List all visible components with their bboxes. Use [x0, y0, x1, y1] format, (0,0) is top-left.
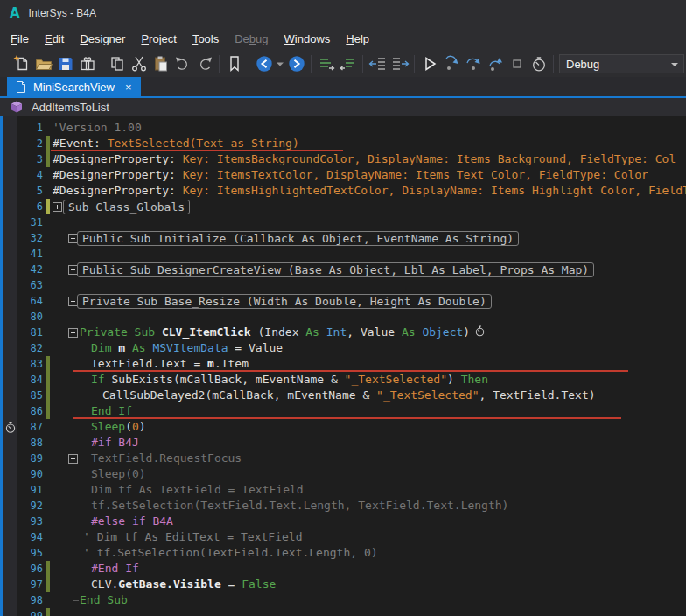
resume-async-icon[interactable] [528, 53, 550, 75]
code-token: tf.SetSelection(TextField.Text.Length, T… [91, 499, 508, 512]
code-token: 0 [132, 420, 139, 433]
menu-help[interactable]: Help [338, 29, 377, 49]
code-token: Int [326, 326, 346, 339]
code-token: (Index [258, 326, 306, 339]
menu-designer[interactable]: Designer [72, 29, 133, 49]
change-tracking-bar [46, 356, 50, 372]
change-tracking-bar [46, 151, 50, 167]
code-token: False [242, 578, 276, 591]
code-token: CallSubDelayed2(mCallBack, mEventName & [102, 388, 376, 402]
tab-label: MiniSearchView [33, 80, 115, 94]
code-token: End Sub [80, 593, 128, 606]
code-line[interactable]: Dim m As MSVItemData = Value [91, 340, 283, 356]
open-file-icon[interactable] [32, 53, 54, 75]
comment-icon[interactable] [315, 53, 337, 75]
nav-back-caret-icon[interactable] [275, 53, 285, 75]
line-number: 41 [14, 246, 43, 262]
code-line[interactable]: ' Dim tf As EditText = TextField [83, 529, 302, 545]
code-token: m [118, 341, 132, 354]
fold-expand-icon[interactable] [52, 202, 62, 212]
code-line[interactable]: End Sub [80, 592, 128, 608]
line-number: 89 [14, 451, 43, 466]
paste-icon[interactable] [150, 53, 172, 75]
cut-icon[interactable] [128, 53, 150, 75]
code-token: #DesignerProperty: [52, 184, 183, 197]
code-line[interactable]: #if B4J [91, 435, 139, 451]
code-line[interactable]: tf.SetSelection(TextField.Text.Length, T… [91, 498, 508, 514]
resumable-sub-icon [474, 325, 486, 342]
menu-file[interactable]: File [3, 29, 37, 49]
line-number: 32 [14, 230, 43, 246]
nav-forward-icon[interactable] [285, 53, 307, 75]
menu-debug[interactable]: Debug [227, 29, 276, 49]
code-token: #else if B4A [91, 514, 173, 528]
current-member-label[interactable]: AddItemsToList [32, 101, 109, 114]
code-editor[interactable]: 1'Version 1.002#Event: TextSelected(Text… [0, 116, 686, 616]
code-line[interactable]: #DesignerProperty: Key: ItemsHighlighted… [52, 183, 686, 199]
code-token: Dim [91, 341, 118, 354]
code-line[interactable]: CallSubDelayed2(mCallBack, mEventName & … [102, 388, 596, 403]
indent-icon[interactable] [388, 53, 410, 75]
chevron-down-icon [671, 63, 678, 66]
code-line[interactable]: Sleep(0) [91, 419, 146, 435]
line-number: 84 [14, 372, 43, 388]
line-number: 93 [14, 514, 43, 529]
code-line[interactable]: If SubExists(mCallBack, mEventName & "_T… [91, 372, 488, 388]
build-configuration-select[interactable]: Debug [559, 54, 684, 74]
save-icon[interactable] [54, 53, 76, 75]
bookmark-icon[interactable] [223, 53, 245, 75]
code-line[interactable]: Private Sub CLV_ItemClick (Index As Int,… [80, 325, 486, 342]
code-line[interactable]: #DesignerProperty: Key: ItemsBackgroundC… [52, 151, 676, 167]
code-line[interactable]: ' tf.SetSelection(TextField.Text.Length,… [83, 545, 378, 561]
toolbar: Debug Default [0, 51, 686, 77]
code-token: End If [91, 404, 132, 417]
nav-back-icon[interactable] [253, 53, 275, 75]
collapsed-sub-signature[interactable]: Sub Class_Globals [63, 200, 190, 214]
stop-debug-icon[interactable] [506, 53, 528, 75]
change-tracking-bar [46, 388, 50, 403]
code-token: Sleep [91, 420, 125, 433]
code-line[interactable]: 'Version 1.00 [52, 120, 142, 136]
step-out-icon[interactable] [484, 53, 506, 75]
code-token: MSVItemData [152, 341, 228, 354]
code-line[interactable]: #End If [91, 561, 139, 577]
step-into-icon[interactable] [440, 53, 462, 75]
package-icon[interactable] [76, 53, 98, 75]
change-tracking-bar [46, 608, 50, 616]
change-tracking-bar [46, 561, 50, 577]
code-line[interactable]: Sleep(0) [91, 466, 146, 482]
line-number: 5 [14, 183, 43, 199]
menu-project[interactable]: Project [133, 29, 184, 49]
code-token: As [402, 326, 416, 339]
fold-collapse-icon[interactable] [68, 328, 78, 338]
collapsed-sub-signature[interactable]: Private Sub Base_Resize (Width As Double… [77, 294, 492, 309]
code-line[interactable]: #else if B4A [91, 514, 173, 529]
outdent-icon[interactable] [367, 53, 388, 75]
uncomment-icon[interactable] [337, 53, 359, 75]
line-number: 99 [14, 608, 43, 616]
change-tracking-bar [46, 403, 50, 419]
code-token: ) [139, 420, 146, 433]
collapsed-sub-signature[interactable]: Public Sub DesignerCreateView (Base As O… [77, 262, 594, 277]
new-file-icon[interactable] [10, 53, 32, 75]
code-line[interactable]: CLV.GetBase.Visible = False [91, 577, 276, 592]
undo-icon[interactable] [172, 53, 193, 75]
code-line[interactable]: #DesignerProperty: Key: ItemsTextColor, … [52, 167, 648, 183]
redo-icon[interactable] [193, 53, 215, 75]
b4a-ide-window: { "window": { "logo": "A", "title": "Int… [0, 0, 686, 616]
copy-icon[interactable] [106, 53, 128, 75]
code-line[interactable]: TextField.RequestFocus [91, 451, 242, 466]
fold-guide-corner [73, 600, 79, 601]
menu-edit[interactable]: Edit [37, 29, 72, 49]
code-token: Sleep(0) [91, 467, 146, 480]
collapsed-sub-signature[interactable]: Public Sub Initialize (Callback As Objec… [77, 231, 519, 246]
build-configuration-value: Debug [566, 58, 599, 71]
step-over-icon[interactable] [462, 53, 484, 75]
code-line[interactable]: Dim tf As TextField = TextField [91, 482, 304, 498]
tab-close-icon[interactable]: × [125, 81, 132, 93]
tab-minisearchview[interactable]: MiniSearchView × [7, 77, 141, 96]
run-icon[interactable] [418, 53, 440, 75]
menu-windows[interactable]: Windows [276, 29, 339, 49]
line-number: 2 [14, 136, 43, 151]
menu-tools[interactable]: Tools [185, 29, 227, 49]
